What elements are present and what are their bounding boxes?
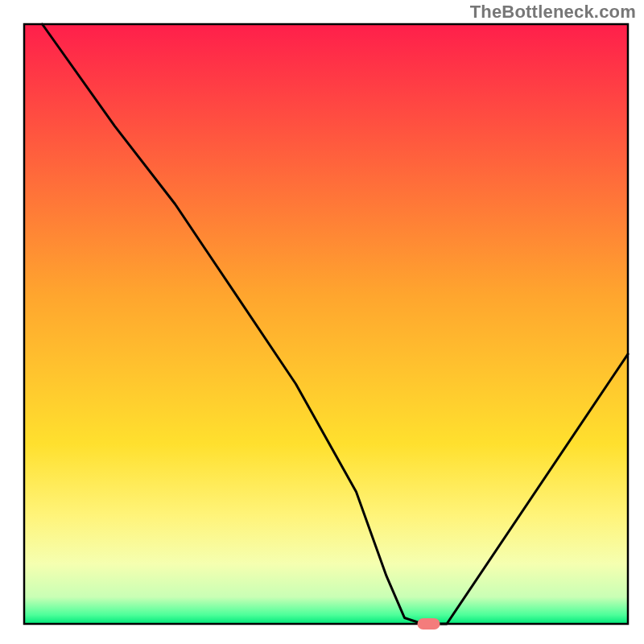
svg-rect-0	[24, 24, 628, 624]
optimal-marker	[418, 618, 440, 630]
chart-stage: TheBottleneck.com	[0, 0, 644, 644]
bottleneck-chart	[0, 0, 644, 644]
